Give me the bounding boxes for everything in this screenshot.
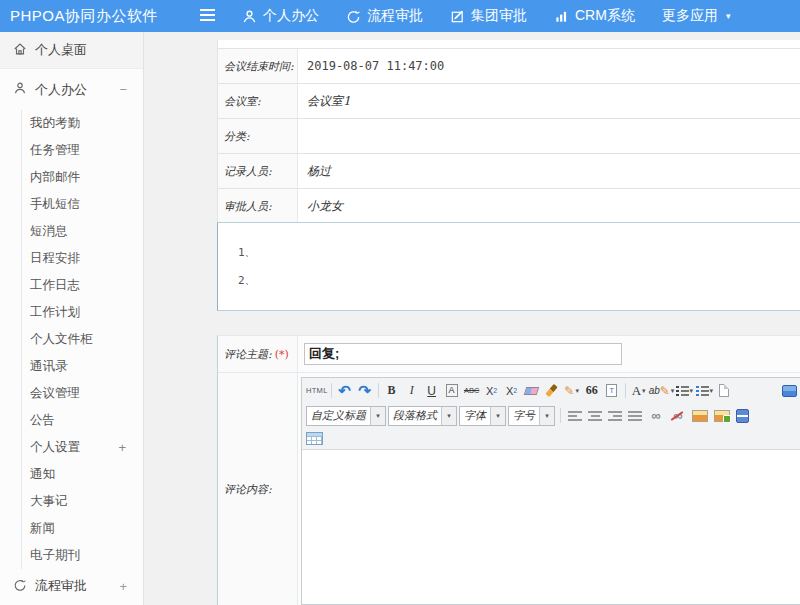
nav-more-apps[interactable]: 更多应用 ▾: [662, 7, 731, 25]
compose-icon: [450, 9, 465, 24]
chevron-down-icon: ▾: [726, 11, 731, 21]
person-icon: [13, 81, 27, 98]
sidebar-item-schedule[interactable]: 日程安排: [22, 245, 143, 272]
insert-media-button[interactable]: [736, 409, 749, 423]
char-border-button[interactable]: A: [442, 381, 462, 401]
undo-button[interactable]: ↶: [335, 381, 355, 401]
pencil-icon: ✎: [564, 384, 574, 398]
field-label: 会议室:: [218, 84, 298, 118]
comment-subject-label-cell: 评论主题: (*): [218, 336, 298, 372]
meeting-room-value: 会议室1: [298, 84, 800, 118]
field-label: 审批人员:: [218, 189, 298, 223]
align-center-button[interactable]: [588, 410, 602, 422]
sidebar-item-personal-desktop[interactable]: 个人桌面: [0, 32, 143, 69]
bar-chart-icon: [554, 9, 569, 24]
sidebar-item-my-attendance[interactable]: 我的考勤: [22, 110, 143, 137]
blockquote-button[interactable]: 66: [582, 381, 602, 401]
chevron-down-icon: ▾: [575, 387, 579, 395]
nav-personal-office[interactable]: 个人办公: [242, 7, 319, 25]
sidebar-item-personal-files[interactable]: 个人文件柜: [22, 326, 143, 353]
paragraph-format-select[interactable]: 段落格式▾: [388, 406, 457, 426]
bold-button[interactable]: B: [382, 381, 402, 401]
sidebar-item-news[interactable]: 新闻: [22, 515, 143, 542]
subscript-button[interactable]: X2: [502, 381, 522, 401]
italic-button[interactable]: I: [402, 381, 422, 401]
sidebar-item-personal-settings[interactable]: 个人设置+: [22, 434, 143, 461]
superscript-button[interactable]: X2: [482, 381, 502, 401]
recorder-value: 杨过: [298, 154, 800, 188]
clipboard-icon: T: [606, 384, 617, 397]
font-color-button[interactable]: A▾: [629, 381, 649, 401]
highlight-color-button[interactable]: ab✎▾: [649, 381, 675, 401]
sidebar-item-work-plan[interactable]: 工作计划: [22, 299, 143, 326]
sidebar-item-short-message[interactable]: 短消息: [22, 218, 143, 245]
meeting-notes-box: 1、 2、: [217, 222, 800, 311]
editor-content-area[interactable]: [302, 449, 800, 604]
insert-link-button[interactable]: ∞: [646, 406, 666, 426]
sidebar-item-notification[interactable]: 通知: [22, 461, 143, 488]
table-row: 记录人员: 杨过: [218, 154, 800, 189]
strikethrough-button[interactable]: ABC: [462, 381, 482, 401]
underline-button[interactable]: U: [422, 381, 442, 401]
sidebar-item-task-management[interactable]: 任务管理: [22, 137, 143, 164]
align-justify-button[interactable]: [628, 410, 642, 422]
custom-heading-select[interactable]: 自定义标题▾: [306, 406, 386, 426]
workflow-icon: [13, 578, 27, 595]
editor-toolbar-row-3: [302, 428, 800, 449]
upload-image-button[interactable]: [714, 410, 730, 422]
comment-content-label-cell: 评论内容:: [218, 373, 298, 605]
remove-format-button[interactable]: [522, 381, 542, 401]
align-right-button[interactable]: [608, 410, 622, 422]
sidebar-item-contacts[interactable]: 通讯录: [22, 353, 143, 380]
paste-plain-button[interactable]: T: [602, 381, 622, 401]
comment-content-value-cell: HTML ↶ ↷ B I U A ABC X2 X2: [298, 373, 800, 605]
ordered-list-button[interactable]: ▾: [674, 381, 694, 401]
table-row: 会议室: 会议室1: [218, 84, 800, 119]
insert-image-button[interactable]: [692, 410, 708, 422]
meeting-detail-table: 会议结束时间: 2019-08-07 11:47:00 会议室: 会议室1 分类…: [217, 49, 800, 224]
rich-text-editor: HTML ↶ ↷ B I U A ABC X2 X2: [301, 377, 800, 605]
sidebar-item-internal-mail[interactable]: 内部邮件: [22, 164, 143, 191]
redo-button[interactable]: ↷: [355, 381, 375, 401]
sidebar-item-e-journal[interactable]: 电子期刊: [22, 542, 143, 569]
sidebar-item-workflow-approval[interactable]: 流程审批 +: [0, 569, 143, 603]
category-value: [298, 119, 800, 153]
toolbar-divider: [625, 383, 626, 398]
comment-subject-row: 评论主题: (*): [218, 336, 800, 373]
comment-subject-input[interactable]: [304, 343, 622, 365]
sidebar-item-announcement[interactable]: 公告: [22, 407, 143, 434]
nav-group-approval[interactable]: 集团审批: [450, 7, 527, 25]
fullscreen-button[interactable]: [782, 385, 797, 397]
menu-toggle-icon[interactable]: [200, 9, 215, 22]
format-brush-button[interactable]: [542, 381, 562, 401]
workflow-icon: [346, 9, 361, 24]
font-family-select[interactable]: 字体▾: [459, 406, 506, 426]
nav-crm-system[interactable]: CRM系统: [554, 7, 635, 25]
quick-format-button[interactable]: ✎▾: [562, 381, 582, 401]
sidebar-item-mobile-sms[interactable]: 手机短信: [22, 191, 143, 218]
comment-content-row: 评论内容: HTML ↶ ↷ B I U: [218, 373, 800, 605]
app-window: PHPOA协同办公软件 个人办公 流程审批 集团审批 CRM系统 更多应用 ▾: [0, 0, 800, 605]
insert-table-button[interactable]: [306, 432, 323, 445]
chevron-down-icon: ▾: [642, 387, 646, 395]
collapse-icon[interactable]: −: [119, 82, 127, 97]
remove-link-button[interactable]: ∞: [668, 406, 688, 426]
font-size-select[interactable]: 字号▾: [508, 406, 555, 426]
new-page-button[interactable]: [714, 381, 734, 401]
sidebar-item-memorabilia[interactable]: 大事记: [22, 488, 143, 515]
expand-icon[interactable]: +: [118, 434, 126, 461]
unordered-list-button[interactable]: ▾: [694, 381, 714, 401]
expand-icon[interactable]: +: [119, 579, 127, 594]
chevron-down-icon: ▾: [690, 387, 694, 395]
nav-workflow-approval[interactable]: 流程审批: [346, 7, 423, 25]
sidebar-item-personal-office[interactable]: 个人办公 −: [0, 69, 143, 110]
top-header: PHPOA协同办公软件 个人办公 流程审批 集团审批 CRM系统 更多应用 ▾: [0, 0, 800, 32]
sidebar-item-work-log[interactable]: 工作日志: [22, 272, 143, 299]
source-code-button[interactable]: HTML: [306, 381, 328, 401]
align-left-button[interactable]: [568, 410, 582, 422]
toolbar-divider: [331, 383, 332, 398]
editor-toolbar-row-1: HTML ↶ ↷ B I U A ABC X2 X2: [302, 378, 800, 403]
content-area: 会议结束时间: 2019-08-07 11:47:00 会议室: 会议室1 分类…: [144, 32, 800, 605]
home-icon: [13, 42, 27, 59]
sidebar-item-meeting-management[interactable]: 会议管理: [22, 380, 143, 407]
